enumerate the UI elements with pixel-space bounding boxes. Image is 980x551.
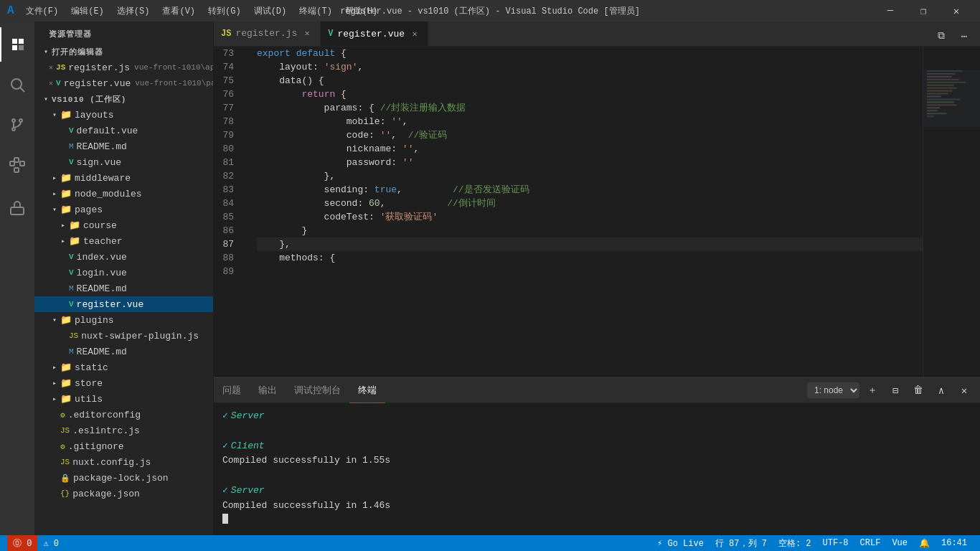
tree-item-node-modules[interactable]: ▸ 📁 node_modules xyxy=(34,186,213,202)
split-terminal-button[interactable]: ⊟ xyxy=(885,380,905,400)
terminal-tab-输出[interactable]: 输出 xyxy=(250,378,286,403)
tree-item-middleware[interactable]: ▸ 📁 middleware xyxy=(34,170,213,186)
tab-registerjs[interactable]: JS register.js ✕ xyxy=(214,22,321,46)
tree-item-label: utils xyxy=(75,394,103,405)
md-file-icon: M xyxy=(69,347,74,356)
status-eol[interactable]: CRLF xyxy=(854,535,887,551)
chevron-up-button[interactable]: ∧ xyxy=(931,380,951,400)
folder-arrow: ▾ xyxy=(49,205,60,214)
line-number-82: 82 xyxy=(214,169,241,183)
folder-arrow: ▸ xyxy=(49,395,60,403)
more-actions-button[interactable]: ⋯ xyxy=(954,26,974,46)
status-language[interactable]: Vue xyxy=(886,535,913,551)
status-notifications[interactable]: 🔔 xyxy=(913,535,936,551)
terminal-tab-问题[interactable]: 问题 xyxy=(214,378,250,403)
sidebar: 资源管理器 ▾ 打开的编辑器 ✕ JS register.js vue-fron… xyxy=(34,22,214,535)
code-line-73: export default { xyxy=(257,47,923,60)
close-editor-icon[interactable]: ✕ xyxy=(49,77,53,89)
tree-item-README-md[interactable]: M README.md xyxy=(34,344,213,359)
tree-item-README-md[interactable]: M README.md xyxy=(34,281,213,296)
tree-item-README-md[interactable]: M README.md xyxy=(34,138,213,154)
terminal-content[interactable]: ✓ Server ✓ Client Compiled successfully … xyxy=(214,403,980,535)
menu-item-t[interactable]: 终端(T) xyxy=(293,2,338,20)
menu-item-v[interactable]: 查看(V) xyxy=(156,2,201,20)
maximize-button[interactable]: ❐ xyxy=(907,0,940,22)
minimize-button[interactable]: ─ xyxy=(874,0,907,22)
status-golive[interactable]: ⚡ Go Live xyxy=(651,535,710,551)
tree-item-register-vue[interactable]: V register.vue xyxy=(34,296,213,312)
tree-item-package-json[interactable]: {} package.json xyxy=(34,486,213,501)
status-errors[interactable]: ⓪ 0 xyxy=(7,535,37,551)
workspace-section[interactable]: ▾ VS1010 (工作区) xyxy=(34,91,213,107)
close-terminal-button[interactable]: ✕ xyxy=(954,380,974,400)
split-editor-button[interactable]: ⧉ xyxy=(931,26,951,46)
menu-item-d[interactable]: 调试(D) xyxy=(248,2,293,20)
code-line-87: }, xyxy=(257,237,923,251)
status-encoding[interactable]: UTF-8 xyxy=(817,535,854,551)
tree-item-label: store xyxy=(75,378,103,389)
file-icon: {} xyxy=(60,489,70,498)
tree-item-static[interactable]: ▸ 📁 static xyxy=(34,359,213,375)
open-editor-registerjs[interactable]: ✕ JS register.js vue-front-1010\api xyxy=(34,60,213,75)
close-button[interactable]: ✕ xyxy=(940,0,973,22)
tree-item--gitignore[interactable]: ⚙ .gitignore xyxy=(34,438,213,454)
terminal-tab-终端[interactable]: 终端 xyxy=(349,378,385,403)
folder-arrow: ▾ xyxy=(49,110,60,119)
activity-debug[interactable] xyxy=(0,191,34,225)
tree-item--eslintrc-js[interactable]: JS .eslintrc.js xyxy=(34,423,213,438)
terminal-line xyxy=(222,468,971,484)
line-number-76: 76 xyxy=(214,88,241,101)
tree-item-layouts[interactable]: ▾ 📁 layouts xyxy=(34,107,213,123)
tree-item-package-lock-json[interactable]: 🔒 package-lock.json xyxy=(34,470,213,486)
code-line-86: } xyxy=(257,224,923,237)
new-terminal-button[interactable]: ＋ xyxy=(862,380,882,400)
tree-item-store[interactable]: ▸ 📁 store xyxy=(34,375,213,391)
tree-item-nuxt-config-js[interactable]: JS nuxt.config.js xyxy=(34,454,213,470)
editor-scroll[interactable]: 7374757677787980818283848586878889 expor… xyxy=(214,47,923,377)
activity-search[interactable] xyxy=(0,67,34,102)
menu-items: 文件(F)编辑(E)选择(S)查看(V)转到(G)调试(D)终端(T)帮助(H) xyxy=(20,2,384,20)
tab-registervue[interactable]: V register.vue ✕ xyxy=(321,22,428,46)
tree-item-default-vue[interactable]: V default.vue xyxy=(34,123,213,138)
menu-item-s[interactable]: 选择(S) xyxy=(111,2,156,20)
code-line-83: sending: true, //是否发送验证码 xyxy=(257,183,923,197)
status-line-col[interactable]: 行 87，列 7 xyxy=(710,535,773,551)
status-spaces[interactable]: 空格: 2 xyxy=(773,535,817,551)
status-warnings[interactable]: ⚠ 0 xyxy=(37,535,65,551)
tree-item-plugins[interactable]: ▾ 📁 plugins xyxy=(34,312,213,328)
line-numbers: 7374757677787980818283848586878889 xyxy=(214,47,250,377)
activity-source-control[interactable] xyxy=(0,108,34,142)
menu-item-g[interactable]: 转到(G) xyxy=(202,2,247,20)
tree-item-course[interactable]: ▸ 📁 course xyxy=(34,217,213,233)
tree-item-nuxt-swiper-plugin-js[interactable]: JS nuxt-swiper-plugin.js xyxy=(34,328,213,344)
terminal-tab-调试控制台[interactable]: 调试控制台 xyxy=(286,378,349,403)
trash-terminal-button[interactable]: 🗑 xyxy=(908,380,928,400)
workspace-tree: ▾ 📁 layouts V default.vue M README.md V … xyxy=(34,107,213,501)
activity-extensions[interactable] xyxy=(0,148,34,182)
svg-rect-13 xyxy=(14,168,19,172)
terminal-node-select[interactable]: 1: node xyxy=(807,382,859,398)
minimap xyxy=(923,47,980,377)
terminal-line: Compiled successfully in 1.46s xyxy=(222,499,971,514)
tab-close-icon[interactable]: ✕ xyxy=(301,28,313,39)
tree-item-label: default.vue xyxy=(77,126,138,136)
tree-item-index-vue[interactable]: V index.vue xyxy=(34,249,213,265)
tab-close-icon[interactable]: ✕ xyxy=(409,28,420,39)
terminal-line: ✓ Client xyxy=(222,439,971,454)
menu-item-f[interactable]: 文件(F) xyxy=(20,2,65,20)
tree-item-utils[interactable]: ▸ 📁 utils xyxy=(34,391,213,407)
tree-item-label: .eslintrc.js xyxy=(72,425,140,436)
tree-item--editorconfig[interactable]: ⚙ .editorconfig xyxy=(34,407,213,423)
code-line-80: nickname: '', xyxy=(257,142,923,156)
file-icon: 🔒 xyxy=(60,474,70,483)
tree-item-pages[interactable]: ▾ 📁 pages xyxy=(34,202,213,217)
open-editor-registervue[interactable]: ✕ V register.vue vue-front-1010\pages xyxy=(34,75,213,91)
close-editor-icon[interactable]: ✕ xyxy=(49,62,53,73)
vue-file-icon: V xyxy=(69,253,74,261)
open-editors-section[interactable]: ▾ 打开的编辑器 xyxy=(34,44,213,60)
tree-item-sign-vue[interactable]: V sign.vue xyxy=(34,154,213,170)
tree-item-teacher[interactable]: ▸ 📁 teacher xyxy=(34,233,213,249)
activity-explorer[interactable] xyxy=(0,27,34,62)
tree-item-login-vue[interactable]: V login.vue xyxy=(34,265,213,281)
menu-item-e[interactable]: 编辑(E) xyxy=(65,2,110,20)
